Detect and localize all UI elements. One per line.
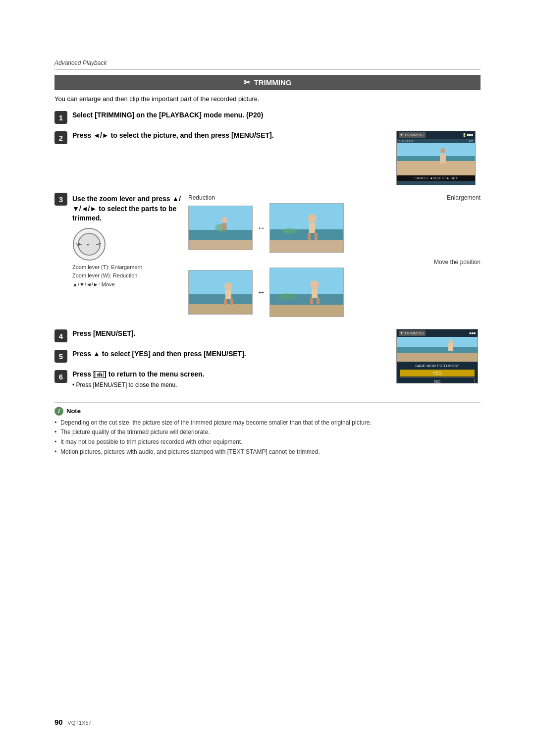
svg-point-35 xyxy=(277,293,297,300)
save-screen-tag: ★ TRIMMING xyxy=(399,330,426,336)
step-3-row: 3 Use the zoom lever and press ▲/▼/◄/► t… xyxy=(54,192,481,322)
svg-rect-17 xyxy=(309,223,315,233)
arrow-horiz-bottom: ↔ xyxy=(257,287,266,298)
save-yes-button[interactable]: YES xyxy=(400,370,475,377)
note-section: i Note Depending on the cut size, the pi… xyxy=(54,402,481,456)
note-item-4: Motion pictures, pictures with audio, an… xyxy=(54,448,481,456)
image-pair-top: ↔ xyxy=(188,203,481,253)
section-label: Advanced Playback xyxy=(54,59,481,66)
step-1-number: 1 xyxy=(54,111,67,124)
arrow-horiz-top: ↔ xyxy=(257,223,266,233)
svg-rect-14 xyxy=(270,229,344,240)
svg-rect-27 xyxy=(230,299,233,305)
note-item-3: It may not be possible to trim pictures … xyxy=(54,438,481,446)
svg-text:▼: ▼ xyxy=(86,243,90,247)
save-dialog-title: SAVE NEW PICTURES? xyxy=(400,364,475,368)
image-pair-bottom: ↔ xyxy=(188,268,481,317)
step-1-text: Select [TRIMMING] on the [PLAYBACK] mode… xyxy=(72,110,481,120)
step-1-content: Select [TRIMMING] on the [PLAYBACK] mode… xyxy=(72,110,481,120)
svg-rect-18 xyxy=(308,233,311,240)
step-3-images: Reduction Enlargement xyxy=(188,194,481,322)
note-header: i Note xyxy=(54,407,481,416)
step-1-row: 1 Select [TRIMMING] on the [PLAYBACK] mo… xyxy=(54,110,481,124)
save-screen-battery: ■■■ xyxy=(469,331,476,335)
svg-point-16 xyxy=(308,214,317,223)
step-5-content: Press ▲ to select [YES] and then press [… xyxy=(72,349,389,359)
svg-rect-33 xyxy=(310,298,313,304)
step-2-camera-screen: ★ TRIMMING 🔋■■■ 100-0001 1/5 xyxy=(396,131,481,185)
note-icon: i xyxy=(54,407,63,416)
svg-rect-15 xyxy=(270,240,344,253)
step-2-text: Press ◄/► to select the picture, and the… xyxy=(72,131,389,141)
save-screen: ★ TRIMMING ■■■ SAVE NEW PICTURES? YES NO xyxy=(396,329,478,383)
page-code: VQT1X57 xyxy=(67,720,91,726)
step-3-text: Use the zoom lever and press ▲/▼/◄/► to … xyxy=(72,194,181,223)
title-bar: ✂ TRIMMING xyxy=(54,75,481,90)
reduction-img xyxy=(188,206,253,250)
page-footer: 90 VQT1X57 xyxy=(54,718,92,726)
note-item-1: Depending on the cut size, the picture s… xyxy=(54,419,481,427)
svg-rect-23 xyxy=(189,304,253,315)
svg-rect-26 xyxy=(224,299,227,305)
scissors-icon: ✂ xyxy=(244,78,250,87)
move-label: Move the position xyxy=(434,259,481,266)
steps-4-6-left: 4 Press [MENU/SET]. 5 Press ▲ to select … xyxy=(54,329,389,395)
step-3-number: 3 xyxy=(54,193,67,206)
step-6-text: Press [m̈] to return to the menu screen. xyxy=(72,370,389,379)
step-2-content: Press ◄/► to select the picture, and the… xyxy=(72,131,481,185)
step-3-left: Use the zoom lever and press ▲/▼/◄/► to … xyxy=(72,194,181,289)
step-6-row: 6 Press [m̈] to return to the menu scree… xyxy=(54,370,389,388)
step-3-content: Use the zoom lever and press ▲/▼/◄/► to … xyxy=(72,192,481,322)
step-4-number: 4 xyxy=(54,329,67,342)
svg-point-11 xyxy=(221,217,227,223)
step-2-number: 2 xyxy=(54,131,67,144)
zoom-lever-diagram: W T ▼ xyxy=(72,227,106,261)
page-number: 90 xyxy=(54,718,63,726)
svg-point-20 xyxy=(282,228,297,234)
svg-rect-34 xyxy=(317,298,320,304)
svg-rect-22 xyxy=(189,294,253,304)
enlargement-img xyxy=(269,203,344,253)
position-img-left xyxy=(188,270,253,315)
step-6-number: 6 xyxy=(54,370,67,383)
page-container: Advanced Playback ✂ TRIMMING You can enl… xyxy=(54,0,481,487)
step-6-content: Press [m̈] to return to the menu screen.… xyxy=(72,370,389,388)
svg-rect-30 xyxy=(270,305,344,317)
svg-rect-12 xyxy=(222,223,226,230)
img-labels-row: Reduction Enlargement xyxy=(188,194,481,201)
zoom-labels: Zoom lever (T): Enlargement Zoom lever (… xyxy=(72,263,181,289)
steps-4-6-layout: 4 Press [MENU/SET]. 5 Press ▲ to select … xyxy=(54,329,481,395)
svg-rect-32 xyxy=(312,289,318,298)
step-4-row: 4 Press [MENU/SET]. xyxy=(54,329,389,342)
note-list: Depending on the cut size, the picture s… xyxy=(54,419,481,456)
step-5-text: Press ▲ to select [YES] and then press [… xyxy=(72,349,389,359)
svg-rect-9 xyxy=(189,240,253,250)
svg-point-24 xyxy=(224,282,232,290)
step-5-row: 5 Press ▲ to select [YES] and then press… xyxy=(54,349,389,363)
svg-rect-25 xyxy=(225,290,231,299)
svg-rect-19 xyxy=(315,233,318,240)
step-2-row: 2 Press ◄/► to select the picture, and t… xyxy=(54,131,481,185)
save-no-button[interactable]: NO xyxy=(400,378,475,383)
step-4-text: Press [MENU/SET]. xyxy=(72,329,389,339)
position-img-right xyxy=(269,268,344,317)
step-6-sub: • Press [MENU/SET] to close the menu. xyxy=(72,381,389,388)
note-item-2: The picture quality of the trimmed pictu… xyxy=(54,428,481,436)
intro-text: You can enlarge and then clip the import… xyxy=(54,95,481,103)
title-text: TRIMMING xyxy=(254,78,292,87)
steps-4-6-right: ★ TRIMMING ■■■ SAVE NEW PICTURES? YES NO xyxy=(396,329,481,383)
step-5-number: 5 xyxy=(54,350,67,363)
svg-point-31 xyxy=(310,280,319,289)
step-4-content: Press [MENU/SET]. xyxy=(72,329,389,339)
